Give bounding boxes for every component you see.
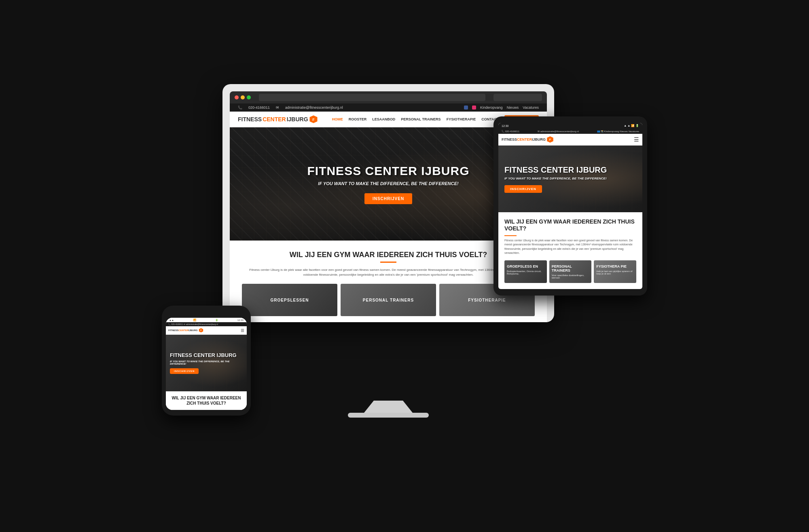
tablet-card-personal-trainers-text: Voor specifieke doelstellingen, wensen (552, 274, 589, 279)
section-text: Fitness center IJburg is de plek waar al… (242, 268, 535, 277)
mobile-site-topbar: 📞 020-4166011 ✉ administratie@fitnesscen… (166, 322, 247, 326)
svg-text:F: F (312, 118, 315, 122)
maximize-dot[interactable] (247, 95, 251, 99)
scene: 📞 020-4166011 ✉ administratie@fitnesscen… (162, 84, 647, 448)
card-groepslessen-title: GROEPSLESSEN (269, 296, 311, 304)
address-bar[interactable] (259, 94, 485, 101)
tablet-social-links: 👥 📸 Kinderopvang Nieuws Vacatures (597, 130, 639, 133)
card-fysiotherapie-title: FYSIOTHERAPIE (466, 296, 508, 304)
tablet-card-groepslessen-title: GROEPSLESS EN (507, 264, 544, 268)
mobile-hero-cta-button[interactable]: INSCHRIJVEN (170, 368, 199, 374)
minimize-dot[interactable] (241, 95, 245, 99)
mobile-hero-title: FITNESS CENTER IJBURG (170, 352, 237, 359)
mobile-notch (194, 311, 218, 316)
mobile-hero-subtitle: IF YOU WANT TO MAKE THE DIFFERENCE, BE T… (170, 360, 243, 365)
logo: FITNESS CENTER IJBURG F (238, 115, 318, 124)
browser-chrome (230, 91, 547, 103)
mobile-topbar-text: 📞 020-4166011 ✉ administratie@fitnesscen… (168, 323, 218, 325)
svg-text:F: F (549, 138, 551, 141)
mobile-status-bar: ▲▲ 📶 🔋 12:30 (166, 318, 247, 322)
mobile-signal-icon: 📶 (193, 319, 196, 321)
nav-rooster[interactable]: ROOSTER (349, 117, 367, 121)
email-icon: ✉ (276, 106, 279, 110)
tablet-site-topbar: 📞 020-4166011 ✉ administratie@fitnesscen… (498, 129, 642, 134)
close-dot[interactable] (235, 95, 239, 99)
topbar-right: Kinderopvang Nieuws Vacatures (464, 106, 539, 110)
mobile-device: ▲▲ 📶 🔋 12:30 📞 020-4166011 ✉ administrat… (162, 306, 251, 416)
hero-cta-button[interactable]: INSCHRIJVEN (364, 193, 412, 204)
tablet-service-cards: GROEPSLESS EN Buikspierkwartier, Omnia c… (504, 260, 636, 283)
tablet-device: 12:30 ▲ ▲ 📶 🔋 📞 020-4166011 ✉ administra… (493, 116, 647, 296)
mobile-hamburger-icon[interactable]: ☰ (241, 328, 244, 333)
topbar-link-nieuws[interactable]: Nieuws (507, 106, 519, 110)
tablet-card-fysiotherapie[interactable]: FYSIOTHERA PIE Heb je last van pijnlijke… (594, 260, 636, 283)
tablet-card-fysiotherapie-text: Heb je last van pijnlijke spieren of loo… (596, 270, 634, 275)
monitor-base (348, 413, 429, 418)
mobile-hero: FITNESS CENTER IJBURG IF YOU WANT TO MAK… (166, 335, 247, 391)
tablet-nav: FITNESSCENTERIJBURG F ☰ (498, 134, 642, 146)
window-controls (235, 95, 251, 99)
phone-number: 020-4166011 (248, 106, 270, 110)
tablet-section-text: Fitness center IJburg is de plek waar al… (504, 239, 636, 255)
tablet-card-fysiotherapie-title: FYSIOTHERA PIE (596, 264, 634, 268)
tablet-hero-title: FITNESS CENTER IJBURG (504, 165, 607, 175)
card-personal-trainers-title: PERSONAL TRAINERS (361, 296, 416, 304)
tablet-card-personal-trainers[interactable]: PERSONAL TRAINERS Voor specifieke doelst… (549, 260, 592, 283)
card-groepslessen[interactable]: GROEPSLESSEN (242, 284, 337, 316)
nav-home[interactable]: HOME (332, 117, 343, 121)
topbar-link-vacatures[interactable]: Vacatures (523, 106, 539, 110)
search-bar[interactable] (493, 94, 542, 101)
tablet-content: WIL JIJ EEN GYM WAAR IEDEREEN ZICH THUIS… (498, 212, 642, 289)
mobile-logo: FITNESSCENTERIJBURG F (168, 328, 203, 333)
tablet-card-personal-trainers-title: PERSONAL TRAINERS (552, 264, 589, 272)
tablet-status-bar: 12:30 ▲ ▲ 📶 🔋 (498, 123, 642, 129)
mobile-time: 12:30 (237, 319, 244, 321)
monitor-stand-wrapper (222, 401, 554, 418)
logo-fitness: FITNESS (238, 116, 262, 122)
tablet-hero-cta-button[interactable]: INSCHRIJVEN (504, 185, 542, 193)
tablet-screen: 12:30 ▲ ▲ 📶 🔋 📞 020-4166011 ✉ administra… (498, 123, 642, 289)
monitor-stand (364, 401, 413, 413)
site-topbar: 📞 020-4166011 ✉ administratie@fitnesscen… (230, 103, 547, 112)
section-heading: WIL JIJ EEN GYM WAAR IEDEREEN ZICH THUIS… (242, 251, 535, 259)
tablet-hero: FITNESS CENTER IJBURG IF YOU WANT TO MAK… (498, 146, 642, 212)
mobile-nav: FITNESSCENTERIJBURG F ☰ (166, 326, 247, 335)
tablet-hero-subtitle: IF YOU WANT TO MAKE THE DIFFERENCE, BE T… (504, 177, 607, 180)
card-personal-trainers[interactable]: PERSONAL TRAINERS (341, 284, 436, 316)
tablet-time: 12:30 (502, 125, 509, 127)
tablet-hamburger-icon[interactable]: ☰ (634, 136, 639, 143)
nav-fysiotherapie[interactable]: FYSIOTHERAPIE (447, 117, 476, 121)
tablet-email: ✉ administratie@fitnesscenterijburg.nl (538, 130, 579, 133)
nav-lesaanbod[interactable]: LESAANBOD (372, 117, 395, 121)
phone-icon: 📞 (238, 106, 242, 110)
service-cards: GROEPSLESSEN PERSONAL TRAINERS FYSIOTHER… (242, 284, 535, 316)
email-address: administratie@fitnesscenterijburg.nl (285, 106, 343, 110)
heading-divider (380, 262, 396, 263)
tablet-icons: ▲ ▲ 📶 🔋 (624, 124, 639, 127)
topbar-link-kinderopvang[interactable]: Kinderopvang (480, 106, 503, 110)
mobile-section-heading: WIL JIJ EEN GYM WAAR IEDEREEN ZICH THUIS… (170, 395, 243, 406)
topbar-left: 📞 020-4166011 ✉ administratie@fitnesscen… (238, 106, 343, 110)
hero-subtitle: IF YOU WANT TO MAKE THE DIFFERENCE, BE T… (318, 181, 458, 186)
hero-title: FITNESS CENTER IJBURG (307, 164, 469, 178)
logo-ijburg: IJBURG (287, 116, 308, 122)
mobile-content: WIL JIJ EEN GYM WAAR IEDEREEN ZICH THUIS… (166, 391, 247, 410)
tablet-card-groepslessen[interactable]: GROEPSLESS EN Buikspierkwartier, Omnia c… (504, 260, 547, 283)
tablet-logo-text: FITNESSCENTERIJBURG (502, 137, 546, 141)
tablet-section-heading: WIL JIJ EEN GYM WAAR IEDEREEN ZICH THUIS… (504, 218, 636, 232)
logo-icon: F (309, 115, 318, 124)
nav-personal-trainers[interactable]: PERSONAL TRAINERS (401, 117, 441, 121)
tablet-logo: FITNESSCENTERIJBURG F (502, 136, 554, 143)
mobile-logo-text: FITNESSCENTERIJBURG (168, 329, 198, 331)
mobile-screen: ▲▲ 📶 🔋 12:30 📞 020-4166011 ✉ administrat… (166, 318, 247, 410)
mobile-battery-icon: 🔋 (215, 319, 218, 321)
instagram-icon (472, 106, 476, 110)
facebook-icon (464, 106, 468, 110)
mobile-wifi-icon: ▲▲ (169, 319, 174, 321)
logo-center: CENTER (263, 116, 286, 122)
tablet-divider (504, 235, 517, 236)
tablet-card-groepslessen-text: Buikspierkwartier, Omnia circuit, Bodypu… (507, 270, 544, 275)
tablet-phone: 📞 020-4166011 (502, 130, 519, 133)
svg-text:F: F (200, 329, 201, 331)
